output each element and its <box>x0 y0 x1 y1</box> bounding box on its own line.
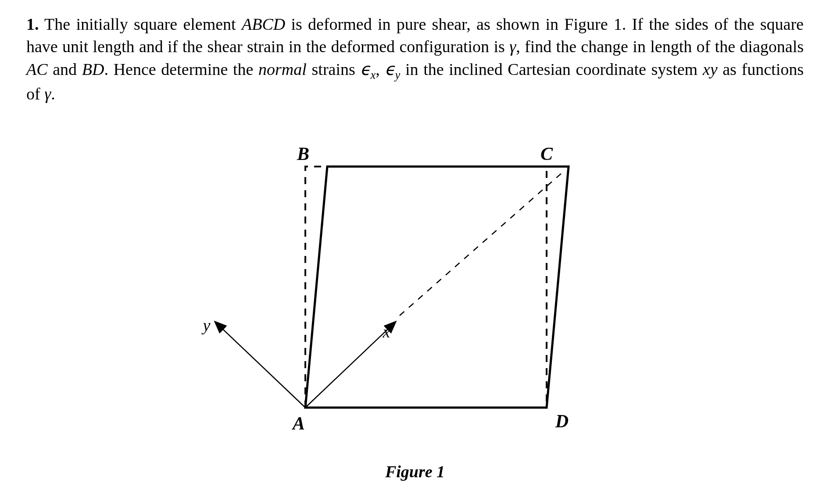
label-bd: BD <box>82 60 104 78</box>
symbol-gamma-2: γ <box>44 85 51 103</box>
text-p7: in the inclined Cartesian coordinate sys… <box>400 60 703 78</box>
figure-caption: Figure 1 <box>152 462 678 481</box>
symbol-gamma-1: γ <box>509 37 516 56</box>
label-ac: AC <box>26 60 48 78</box>
symbol-eps-x: ϵ <box>360 60 370 78</box>
sub-x: x <box>370 68 376 81</box>
label-xy: xy <box>703 60 718 78</box>
label-A: A <box>291 413 305 433</box>
word-normal: normal <box>258 60 307 78</box>
label-B: B <box>297 144 309 164</box>
figure-1: B C A D y x Figure 1 <box>152 123 678 473</box>
axis-y <box>215 322 305 408</box>
label-axis-x: x <box>383 323 390 341</box>
label-abcd: ABCD <box>242 15 285 33</box>
label-D: D <box>555 411 569 431</box>
text-p5: . Hence determine the <box>104 60 258 78</box>
text-p4: and <box>48 60 82 78</box>
symbol-eps-y: ϵ <box>385 60 395 78</box>
diagonal-ac-dashed <box>400 171 564 316</box>
axis-x <box>305 322 395 408</box>
original-square <box>305 167 547 408</box>
comma: , <box>376 60 385 78</box>
problem-statement: 1. The initially square element ABCD is … <box>26 13 804 105</box>
problem-number: 1. <box>26 15 39 33</box>
deformed-parallelogram <box>305 167 569 408</box>
sub-y: y <box>395 68 400 81</box>
page: 1. The initially square element ABCD is … <box>0 0 830 504</box>
text-p3: , find the change in length of the diago… <box>516 37 804 56</box>
label-axis-y: y <box>201 316 211 334</box>
label-C: C <box>540 144 553 164</box>
text-p6: strains <box>307 60 361 78</box>
figure-svg: B C A D y x <box>152 123 678 451</box>
text-p1: The initially square element <box>44 15 242 33</box>
text-period: . <box>51 85 55 103</box>
